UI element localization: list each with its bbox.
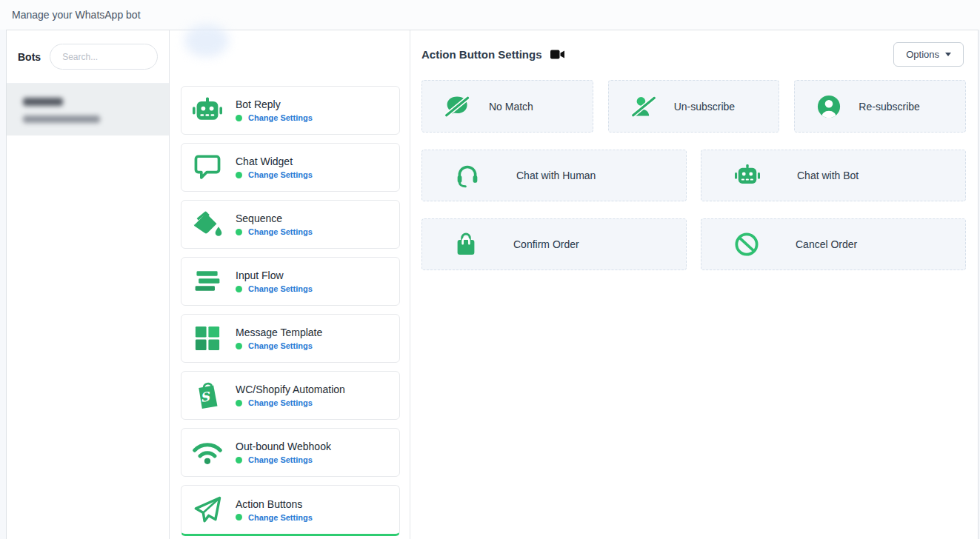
main-panel: Bots Bot Reply Change Settings [6,30,979,539]
feature-title: Chat Widget [236,155,313,167]
change-settings-link[interactable]: Change Settings [248,455,313,464]
feature-list: Bot Reply Change Settings Chat Widget Ch… [181,86,400,539]
status-dot [236,343,242,349]
change-settings-link[interactable]: Change Settings [248,113,313,122]
status-dot [236,229,242,235]
action-card-label: Cancel Order [796,238,857,250]
status-dot [236,400,242,406]
change-settings-link[interactable]: Change Settings [248,513,313,522]
feature-title: Action Buttons [236,498,313,510]
video-camera-icon[interactable] [550,49,564,60]
bars-icon [191,270,224,293]
change-settings-link[interactable]: Change Settings [248,227,313,236]
user-circle-icon [817,95,841,118]
feature-title: Message Template [236,327,322,338]
redacted-bot-number [23,116,100,123]
bot-search-input[interactable] [50,44,158,70]
robot-icon [735,164,760,187]
feature-card-wc-shopify[interactable]: S WC/Shopify Automation Change Settings [181,371,400,420]
page-title: Manage your WhatsApp bot [12,9,141,21]
status-dot [236,286,242,292]
feature-card-sequence[interactable]: Sequence Change Settings [181,200,400,249]
headset-icon [456,163,479,188]
action-card-label: Chat with Human [516,170,596,181]
status-dot [236,514,242,520]
action-card-label: Confirm Order [513,238,579,250]
action-card-no-match[interactable]: No Match [421,80,593,133]
redacted-bot-name [23,98,63,106]
change-settings-link[interactable]: Change Settings [248,398,313,407]
paint-bucket-icon [191,210,224,238]
feature-title: Sequence [236,212,313,224]
action-card-re-subscribe[interactable]: Re-subscribe [794,80,966,133]
action-card-confirm-order[interactable]: Confirm Order [421,218,687,270]
paper-plane-icon [191,495,224,525]
user-slash-icon [631,95,656,118]
action-card-label: Chat with Bot [797,170,859,181]
blurred-avatar-blob [184,24,229,57]
sidebar-header: Bots [7,30,169,84]
feature-card-chat-widget[interactable]: Chat Widget Change Settings [181,143,400,192]
feature-title: Input Flow [236,270,313,281]
feature-card-action-buttons[interactable]: Action Buttons Change Settings [181,485,400,536]
status-dot [236,115,242,121]
bots-sidebar: Bots [7,30,170,539]
action-button-settings-panel: Action Button Settings Options No Match [410,30,978,539]
action-card-chat-with-human[interactable]: Chat with Human [421,150,687,201]
bot-list-item-selected[interactable] [7,84,169,135]
action-card-cancel-order[interactable]: Cancel Order [701,218,966,270]
wifi-icon [191,440,224,465]
ban-icon [735,232,759,256]
shopify-bag-icon: S [191,381,224,410]
robot-icon [191,97,224,124]
grid-icon [191,325,224,352]
content-title: Action Button Settings [421,48,541,61]
status-dot [236,172,242,178]
feature-card-input-flow[interactable]: Input Flow Change Settings [181,257,400,306]
options-button-label: Options [906,49,939,60]
feature-card-outbound-webhook[interactable]: Out-bound Webhook Change Settings [181,428,400,477]
feature-card-bot-reply[interactable]: Bot Reply Change Settings [181,86,400,135]
shopping-bag-icon [456,232,476,256]
action-card-chat-with-bot[interactable]: Chat with Bot [701,150,966,201]
action-card-label: No Match [489,101,533,113]
action-card-un-subscribe[interactable]: Un-subscribe [608,80,780,133]
change-settings-link[interactable]: Change Settings [248,284,313,293]
status-dot [236,457,242,463]
feature-title: Bot Reply [236,98,313,110]
top-bar: Manage your WhatsApp bot [0,0,980,30]
feature-title: Out-bound Webhook [236,441,331,452]
comment-slash-icon [444,95,471,118]
action-card-label: Un-subscribe [674,101,735,113]
chevron-down-icon [945,53,951,56]
chat-bubble-icon [191,154,224,181]
feature-title: WC/Shopify Automation [236,384,345,395]
bots-label: Bots [18,51,41,63]
content-header: Action Button Settings [410,30,978,61]
action-card-label: Re-subscribe [859,101,919,113]
features-column: Bot Reply Change Settings Chat Widget Ch… [170,30,410,539]
change-settings-link[interactable]: Change Settings [248,341,313,350]
action-cards-grid: No Match Un-subscribe Re-subscribe [421,80,966,270]
change-settings-link[interactable]: Change Settings [248,170,313,179]
options-button[interactable]: Options [893,42,964,67]
feature-card-message-template[interactable]: Message Template Change Settings [181,314,400,363]
